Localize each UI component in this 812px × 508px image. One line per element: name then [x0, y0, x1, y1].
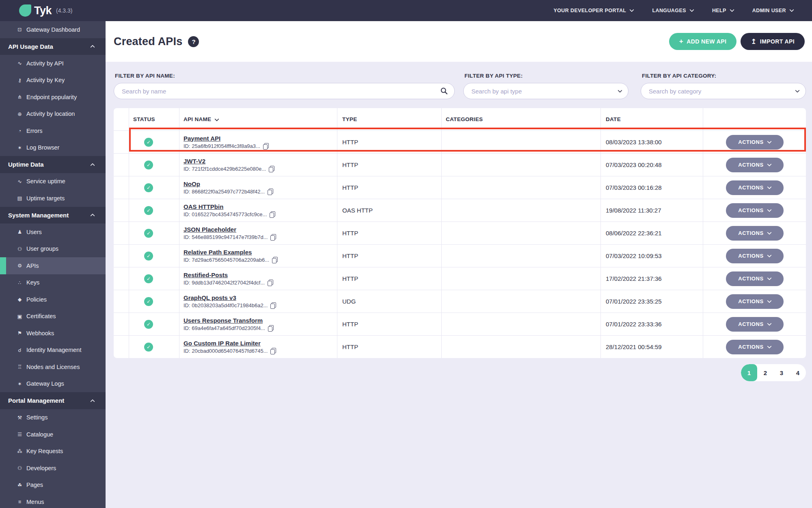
monitor-icon: ⊡	[16, 26, 23, 33]
copy-icon[interactable]	[268, 280, 273, 286]
api-name-link[interactable]: NoOp	[184, 180, 200, 187]
chevron-up-icon	[90, 214, 95, 218]
actions-button[interactable]: ACTIONS	[726, 203, 784, 218]
table-row: ✓ Go Custom IP Rate Limiter ID: 20cbad00…	[114, 335, 806, 358]
leaf-icon: ☘	[16, 482, 23, 488]
api-categories	[442, 267, 601, 290]
sidebar-item-errors[interactable]: ◔ Errors	[0, 122, 106, 139]
copy-icon[interactable]	[270, 348, 276, 354]
search-icon[interactable]	[441, 87, 448, 95]
copy-icon[interactable]	[269, 166, 274, 172]
api-name-link[interactable]: Users Response Transform	[184, 317, 263, 324]
sidebar-item-user-groups[interactable]: ⚇ User groups	[0, 241, 106, 258]
status-check-icon: ✓	[144, 161, 153, 169]
sidebar-item-identity-management[interactable]: ☌ Identity Management	[0, 342, 106, 359]
sidebar-item-developers[interactable]: ⚇ Developers	[0, 460, 106, 477]
sidebar-section-api-usage-data[interactable]: API Usage Data	[0, 38, 106, 55]
copy-icon[interactable]	[268, 325, 274, 332]
filter-input[interactable]	[641, 83, 806, 99]
errors-icon: ◔	[16, 128, 23, 134]
sidebar-item-endpoint-popularity[interactable]: ⋔ Endpoint popularity	[0, 89, 106, 106]
actions-button[interactable]: ACTIONS	[726, 340, 784, 354]
page-button-4[interactable]: 4	[790, 364, 806, 381]
api-name-link[interactable]: GraphQL posts v3	[184, 294, 236, 301]
sidebar-section-uptime-data[interactable]: Uptime Data	[0, 156, 106, 173]
topbar-menu-languages[interactable]: LANGUAGES	[652, 8, 693, 13]
status-check-icon: ✓	[144, 229, 153, 238]
sidebar-section-system-management[interactable]: System Management	[0, 207, 106, 224]
sidebar-item-activity-by-api[interactable]: ∿ Activity by API	[0, 55, 106, 72]
actions-button[interactable]: ACTIONS	[726, 249, 784, 263]
sidebar-item-activity-by-location[interactable]: ⊕ Activity by location	[0, 106, 106, 123]
actions-button[interactable]: ACTIONS	[726, 317, 784, 332]
import-api-button[interactable]: ↥ IMPORT API	[741, 33, 805, 50]
plus-icon: +	[679, 37, 683, 46]
actions-button[interactable]: ACTIONS	[726, 135, 784, 150]
copy-icon[interactable]	[270, 302, 276, 309]
api-date: 19/08/2022 11:30:27	[601, 199, 703, 221]
tyk-leaf-icon	[19, 4, 31, 17]
filter-input[interactable]	[463, 83, 628, 99]
sidebar-item-menus[interactable]: ≡ Menus	[0, 493, 106, 508]
wrench-icon: ⚒	[16, 415, 23, 421]
table-row: ✓ Users Response Transform ID: 69a4e6fa4…	[114, 313, 806, 335]
sidebar-item-keys[interactable]: ∴ Keys	[0, 274, 106, 291]
sidebar-item-activity-by-key[interactable]: ⚷ Activity by Key	[0, 72, 106, 89]
sidebar-item-certificates[interactable]: ▣ Certificates	[0, 308, 106, 325]
copy-icon[interactable]	[270, 234, 276, 241]
api-name-link[interactable]: JWT-V2	[184, 158, 205, 165]
api-type: OAS HTTP	[337, 199, 442, 221]
status-check-icon: ✓	[144, 274, 153, 283]
api-name-link[interactable]: Restified-Posts	[184, 271, 228, 278]
page-button-2[interactable]: 2	[757, 364, 773, 381]
sidebar-item-gateway-logs[interactable]: ✶ Gateway Logs	[0, 376, 106, 393]
sidebar-item-policies[interactable]: ◆ Policies	[0, 291, 106, 308]
col-header-api-name[interactable]: API NAME	[179, 108, 337, 130]
sidebar-item-nodes-and-licenses[interactable]: ♖ Nodes and Licenses	[0, 358, 106, 376]
chevron-down-icon[interactable]	[618, 90, 622, 92]
api-date: 07/03/2022 10:09:53	[601, 245, 703, 267]
actions-button[interactable]: ACTIONS	[726, 226, 784, 241]
catalogue-icon: ☰	[16, 431, 23, 437]
sidebar-item-pages[interactable]: ☘ Pages	[0, 477, 106, 494]
filter-input[interactable]	[114, 83, 455, 99]
page-button-3[interactable]: 3	[773, 364, 790, 381]
help-icon[interactable]: ?	[188, 36, 199, 47]
api-name-link[interactable]: Relative Path Examples	[184, 249, 252, 256]
actions-button[interactable]: ACTIONS	[726, 180, 784, 195]
sidebar-item-service-uptime[interactable]: ∿ Service uptime	[0, 173, 106, 190]
chevron-down-icon	[767, 162, 771, 166]
sidebar: ⊡ Gateway Dashboard API Usage Data ∿ Act…	[0, 21, 106, 508]
sidebar-item-log-browser[interactable]: ✶ Log Browser	[0, 139, 106, 156]
sidebar-item-catalogue[interactable]: ☰ Catalogue	[0, 426, 106, 443]
add-new-api-button[interactable]: + ADD NEW API	[669, 33, 736, 50]
api-name-link[interactable]: Payment API	[184, 135, 220, 142]
filter-filter-by-api-category: FILTER BY API CATEGORY:	[641, 73, 806, 99]
api-name-link[interactable]: Go Custom IP Rate Limiter	[184, 340, 261, 347]
topbar-menu-your-developer-portal[interactable]: YOUR DEVELOPER PORTAL	[553, 8, 633, 13]
api-name-link[interactable]: JSON Placeholder	[184, 226, 236, 233]
topbar-menu-admin-user[interactable]: ADMIN USER	[752, 8, 793, 13]
sidebar-item-apis[interactable]: ⚙ APIs	[0, 257, 106, 274]
copy-icon[interactable]	[272, 257, 278, 263]
sidebar-item-key-requests[interactable]: ⁂ Key Requests	[0, 443, 106, 460]
copy-icon[interactable]	[270, 211, 275, 218]
topbar-menu-help[interactable]: HELP	[712, 8, 734, 13]
sidebar-section-portal-management[interactable]: Portal Management	[0, 392, 106, 409]
copy-icon[interactable]	[263, 143, 269, 150]
chevron-down-icon[interactable]	[796, 90, 799, 92]
api-name-link[interactable]: OAS HTTPbin	[184, 203, 223, 210]
api-categories	[442, 290, 601, 313]
actions-button[interactable]: ACTIONS	[726, 271, 784, 286]
actions-button[interactable]: ACTIONS	[726, 294, 784, 309]
sidebar-item-webhooks[interactable]: ⚑ Webhooks	[0, 325, 106, 342]
page-button-1[interactable]: 1	[741, 364, 757, 381]
sidebar-item-gateway-dashboard[interactable]: ⊡ Gateway Dashboard	[0, 21, 106, 38]
copy-icon[interactable]	[268, 189, 273, 195]
api-type: HTTP	[337, 267, 442, 290]
sidebar-item-users[interactable]: ♟ Users	[0, 224, 106, 241]
actions-button[interactable]: ACTIONS	[726, 158, 784, 172]
sidebar-item-uptime-targets[interactable]: ▤ Uptime targets	[0, 190, 106, 207]
sidebar-item-settings[interactable]: ⚒ Settings	[0, 409, 106, 426]
tyk-logo[interactable]: Tyk (4.3.3)	[19, 4, 73, 17]
